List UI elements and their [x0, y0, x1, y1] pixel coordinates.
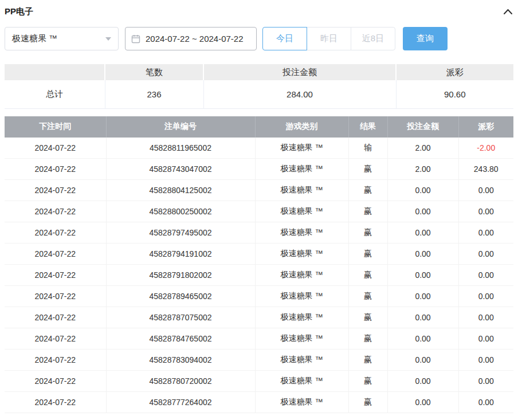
summary-payout-value: 90.60: [396, 80, 513, 108]
date-quick-button-group: 今日 昨日 近8日: [262, 27, 395, 50]
game-type-cell: 极速糖果 ™: [255, 307, 348, 328]
table-row: 2024-07-2245828794191002极速糖果 ™赢0.000.00: [5, 244, 513, 265]
game-type-cell: 极速糖果 ™: [255, 201, 348, 222]
game-type-cell: 极速糖果 ™: [255, 180, 348, 201]
payout-cell: 0.00: [458, 222, 513, 244]
summary-header-payout: 派彩: [396, 64, 513, 80]
yesterday-button[interactable]: 昨日: [307, 27, 351, 50]
bet-id-cell: 45828791802002: [106, 265, 255, 286]
column-header-game-type: 游戏类别: [255, 116, 348, 138]
bet-time-cell: 2024-07-22: [5, 159, 106, 180]
payout-cell: 0.00: [458, 180, 513, 201]
result-cell: 赢: [348, 307, 387, 328]
bet-id-cell: 45828797495002: [106, 222, 255, 244]
bet-time-cell: 2024-07-22: [5, 201, 106, 222]
bet-id-cell: 45828789465002: [106, 286, 255, 307]
chevron-down-icon: [105, 37, 111, 41]
column-header-bet-id: 注单编号: [106, 116, 255, 138]
bet-time-cell: 2024-07-22: [5, 180, 106, 201]
bet-amount-cell: 0.00: [387, 222, 458, 244]
bet-table-body: 2024-07-2245828811965002极速糖果 ™输2.00-2.00…: [5, 138, 513, 413]
calendar-icon: [131, 34, 140, 44]
bet-amount-cell: 0.00: [387, 286, 458, 307]
bet-amount-cell: 0.00: [387, 328, 458, 350]
chevron-up-icon: [504, 9, 512, 14]
payout-cell: 0.00: [458, 265, 513, 286]
bet-id-cell: 45828804125002: [106, 180, 255, 201]
payout-cell: 0.00: [458, 244, 513, 265]
result-cell: 赢: [348, 201, 387, 222]
table-row: 2024-07-2245828777264002极速糖果 ™赢0.000.00: [5, 392, 513, 413]
payout-cell: 0.00: [458, 286, 513, 307]
result-cell: 赢: [348, 265, 387, 286]
bet-id-cell: 45828784765002: [106, 328, 255, 350]
pp-electronic-panel: PP电子 极速糖果 ™ 2024-07-22 ~ 2: [0, 0, 518, 413]
game-type-cell: 极速糖果 ™: [255, 328, 348, 350]
bet-id-cell: 45828811965002: [106, 138, 255, 159]
table-row: 2024-07-2245828800250002极速糖果 ™赢0.000.00: [5, 201, 513, 222]
bet-time-cell: 2024-07-22: [5, 265, 106, 286]
game-type-cell: 极速糖果 ™: [255, 244, 348, 265]
bet-time-cell: 2024-07-22: [5, 138, 106, 159]
game-select[interactable]: 极速糖果 ™: [5, 27, 119, 50]
bet-amount-cell: 0.00: [387, 392, 458, 413]
table-row: 2024-07-2245828787075002极速糖果 ™赢0.000.00: [5, 307, 513, 328]
result-cell: 赢: [348, 159, 387, 180]
bet-id-cell: 45828783094002: [106, 350, 255, 371]
table-row: 2024-07-2245828811965002极速糖果 ™输2.00-2.00: [5, 138, 513, 159]
bet-time-cell: 2024-07-22: [5, 350, 106, 371]
summary-header-row: 笔数 投注金额 派彩: [5, 64, 513, 80]
panel-header: PP电子: [5, 0, 513, 23]
summary-count-value: 236: [105, 80, 203, 108]
table-row: 2024-07-2245828789465002极速糖果 ™赢0.000.00: [5, 286, 513, 307]
bet-time-cell: 2024-07-22: [5, 392, 106, 413]
table-row: 2024-07-2245828780720002极速糖果 ™赢0.000.00: [5, 371, 513, 392]
game-type-cell: 极速糖果 ™: [255, 286, 348, 307]
date-range-input[interactable]: 2024-07-22 ~ 2024-07-22: [125, 27, 257, 50]
bet-time-cell: 2024-07-22: [5, 371, 106, 392]
game-type-cell: 极速糖果 ™: [255, 265, 348, 286]
bet-amount-cell: 0.00: [387, 180, 458, 201]
column-header-bet-amount: 投注金额: [387, 116, 458, 138]
bet-id-cell: 45828794191002: [106, 244, 255, 265]
payout-cell: 0.00: [458, 307, 513, 328]
game-type-cell: 极速糖果 ™: [255, 392, 348, 413]
table-row: 2024-07-2245828784765002极速糖果 ™赢0.000.00: [5, 328, 513, 350]
payout-cell: 0.00: [458, 350, 513, 371]
table-row: 2024-07-2245828797495002极速糖果 ™赢0.000.00: [5, 222, 513, 244]
bet-time-cell: 2024-07-22: [5, 286, 106, 307]
bet-amount-cell: 0.00: [387, 201, 458, 222]
bet-table-header-row: 下注时间 注单编号 游戏类别 结果 投注金额 派彩: [5, 116, 513, 138]
payout-cell: 0.00: [458, 328, 513, 350]
bet-id-cell: 45828787075002: [106, 307, 255, 328]
bet-amount-cell: 2.00: [387, 138, 458, 159]
game-select-value: 极速糖果 ™: [12, 33, 57, 44]
summary-header-bet-amount: 投注金额: [203, 64, 396, 80]
result-cell: 输: [348, 138, 387, 159]
game-type-cell: 极速糖果 ™: [255, 222, 348, 244]
summary-total-row: 总计 236 284.00 90.60: [5, 80, 513, 108]
bet-time-cell: 2024-07-22: [5, 307, 106, 328]
date-range-value: 2024-07-22 ~ 2024-07-22: [146, 34, 244, 44]
bet-id-cell: 45828800250002: [106, 201, 255, 222]
bet-time-cell: 2024-07-22: [5, 222, 106, 244]
bet-time-cell: 2024-07-22: [5, 244, 106, 265]
search-button[interactable]: 查询: [403, 27, 448, 50]
bet-amount-cell: 0.00: [387, 265, 458, 286]
bet-id-cell: 45828777264002: [106, 392, 255, 413]
bet-amount-cell: 0.00: [387, 371, 458, 392]
game-type-cell: 极速糖果 ™: [255, 371, 348, 392]
summary-bet-amount-value: 284.00: [203, 80, 396, 108]
game-type-cell: 极速糖果 ™: [255, 138, 348, 159]
bet-amount-cell: 0.00: [387, 350, 458, 371]
last-8-days-button[interactable]: 近8日: [351, 27, 395, 50]
today-button[interactable]: 今日: [262, 27, 307, 50]
payout-cell: 243.80: [458, 159, 513, 180]
result-cell: 赢: [348, 286, 387, 307]
table-row: 2024-07-2245828743047002极速糖果 ™赢2.00243.8…: [5, 159, 513, 180]
bet-id-cell: 45828780720002: [106, 371, 255, 392]
collapse-panel-button[interactable]: [502, 6, 513, 17]
filter-toolbar: 极速糖果 ™ 2024-07-22 ~ 2024-07-22 今日 昨日 近8日…: [5, 27, 513, 50]
summary-header-count: 笔数: [105, 64, 203, 80]
summary-header-empty: [5, 64, 105, 80]
